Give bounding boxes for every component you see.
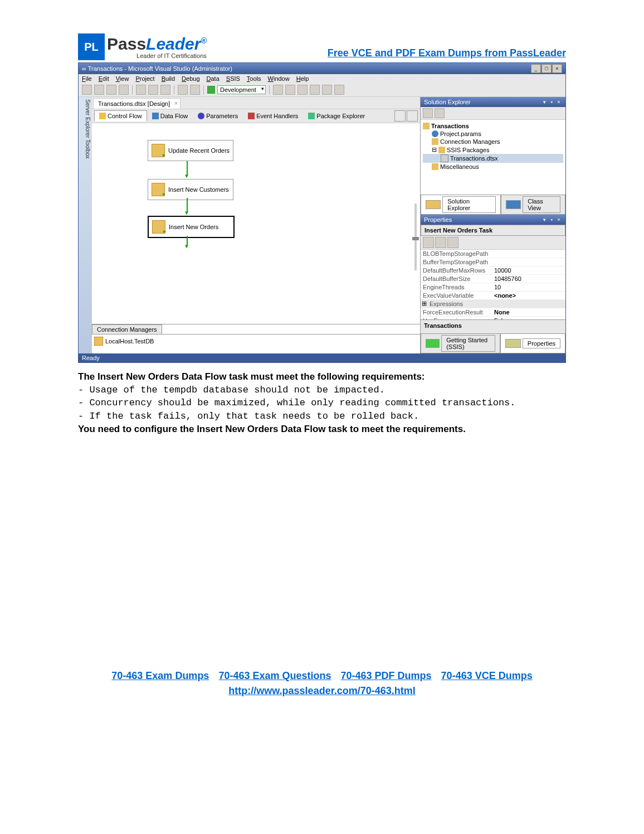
prop-key[interactable]: ExecValueVariable xyxy=(421,292,492,299)
prop-key[interactable]: DefaultBufferMaxRows xyxy=(421,266,492,274)
tree-item-package-file[interactable]: Transactions.dtsx xyxy=(423,154,563,163)
toolbar-btn[interactable] xyxy=(297,85,308,95)
menu-debug[interactable]: Debug xyxy=(182,75,199,82)
menu-help[interactable]: Help xyxy=(296,75,309,82)
connection-managers-tab[interactable]: Connection Managers xyxy=(92,324,162,334)
properties-grid[interactable]: BLOBTempStoragePath BufferTempStoragePat… xyxy=(421,250,565,320)
tab-class-view[interactable]: Class View xyxy=(501,195,565,215)
prop-key[interactable]: ForceExecutionResult xyxy=(421,308,492,316)
se-toolbar-icon[interactable] xyxy=(423,108,433,118)
prop-key[interactable]: DefaultBufferSize xyxy=(421,275,492,283)
toolbar-btn[interactable] xyxy=(310,85,320,95)
panel-pin-icon[interactable]: ▪ xyxy=(548,217,555,224)
toolbar-undo-icon[interactable] xyxy=(178,85,188,95)
panel-close-icon[interactable]: × xyxy=(555,99,562,106)
toolbar-btn[interactable] xyxy=(273,85,283,95)
toolbar-new-icon[interactable] xyxy=(82,85,92,95)
toolbar-btn[interactable] xyxy=(285,85,295,95)
connection-item[interactable]: LocalHost.TestDB xyxy=(94,337,418,346)
tab-solution-explorer[interactable]: Solution Explorer xyxy=(421,195,501,215)
menu-edit[interactable]: Edit xyxy=(99,75,109,82)
menu-tools[interactable]: Tools xyxy=(247,75,261,82)
footer-link-exam-questions[interactable]: 70-463 Exam Questions xyxy=(218,670,331,681)
menu-file[interactable]: File xyxy=(82,75,92,82)
toolbar-cut-icon[interactable] xyxy=(136,85,146,95)
menu-window[interactable]: Window xyxy=(268,75,290,82)
logo-text: PassLeader® xyxy=(107,35,207,54)
minimize-button[interactable]: _ xyxy=(531,64,541,73)
prop-key[interactable]: BLOBTempStoragePath xyxy=(421,250,492,258)
footer-link-pdf-dumps[interactable]: 70-463 PDF Dumps xyxy=(341,670,432,681)
toolbar-redo-icon[interactable] xyxy=(190,85,200,95)
params-icon xyxy=(432,130,438,137)
toolbar-saveall-icon[interactable] xyxy=(119,85,129,95)
task-update-recent-orders[interactable]: Update Recent Orders xyxy=(148,140,233,161)
footer-link-exam-dumps[interactable]: 70-463 Exam Dumps xyxy=(111,670,209,681)
toolbar-start-icon[interactable] xyxy=(207,86,215,94)
props-alpha-icon[interactable] xyxy=(435,237,446,248)
prop-val[interactable]: 10000 xyxy=(492,266,565,274)
tab-parameters[interactable]: Parameters xyxy=(193,110,243,122)
prop-key[interactable]: EngineThreads xyxy=(421,283,492,291)
precedence-arrow[interactable] xyxy=(187,198,188,211)
footer-url[interactable]: http://www.passleader.com/70-463.html xyxy=(228,685,415,696)
left-rail[interactable]: Server Explorer Toolbox xyxy=(79,97,92,353)
tab-package-explorer[interactable]: Package Explorer xyxy=(303,110,370,122)
footer-link-vce-dumps[interactable]: 70-463 VCE Dumps xyxy=(441,670,533,681)
toolbar-copy-icon[interactable] xyxy=(148,85,158,95)
config-dropdown[interactable]: Development xyxy=(217,85,266,94)
task-insert-new-customers[interactable]: Insert New Customers xyxy=(148,179,233,200)
panel-dropdown-icon[interactable]: ▾ xyxy=(541,99,548,106)
prop-category-expressions[interactable]: ⊞Expressions xyxy=(421,300,565,308)
menu-ssis[interactable]: SSIS xyxy=(226,75,240,82)
file-tab[interactable]: Transactions.dtsx [Design] xyxy=(93,98,180,109)
tree-item-connections[interactable]: Connection Managers xyxy=(423,138,563,146)
toolbar-paste-icon[interactable] xyxy=(160,85,170,95)
ssis-toolbox-button[interactable] xyxy=(407,110,418,122)
tab-event-handlers[interactable]: Event Handlers xyxy=(243,110,303,122)
tab-getting-started[interactable]: Getting Started (SSIS) xyxy=(421,333,500,353)
prop-val[interactable]: <none> xyxy=(492,292,565,299)
prop-val[interactable]: None xyxy=(492,308,565,316)
tree-item-misc[interactable]: Miscellaneous xyxy=(423,163,563,171)
menu-project[interactable]: Project xyxy=(135,75,154,82)
zoom-slider[interactable] xyxy=(414,203,417,270)
props-categorized-icon[interactable] xyxy=(423,237,434,248)
prop-val[interactable]: 10 xyxy=(492,283,565,291)
prop-key[interactable]: BufferTempStoragePath xyxy=(421,258,492,266)
close-button[interactable]: × xyxy=(552,64,562,73)
precedence-arrow[interactable] xyxy=(187,161,188,174)
tree-root[interactable]: Transactions xyxy=(423,122,563,130)
panel-pin-icon[interactable]: ▪ xyxy=(548,99,555,106)
se-toolbar-icon[interactable] xyxy=(435,108,445,118)
prop-val[interactable] xyxy=(492,250,565,258)
menu-data[interactable]: Data xyxy=(207,75,219,82)
variables-button[interactable] xyxy=(394,110,406,122)
tab-properties[interactable]: Properties xyxy=(500,333,565,353)
toolbar-btn[interactable] xyxy=(334,85,344,95)
logo: PL PassLeader® Leader of IT Certificatio… xyxy=(78,33,209,60)
menu-view[interactable]: View xyxy=(116,75,129,82)
panel-close-icon[interactable]: × xyxy=(555,217,562,224)
tab-data-flow[interactable]: Data Flow xyxy=(147,110,193,122)
prop-val[interactable]: 10485760 xyxy=(492,275,565,283)
tree-item-packages-folder[interactable]: ⊟ SSIS Packages xyxy=(423,146,563,154)
menu-build[interactable]: Build xyxy=(162,75,175,82)
tab-control-flow[interactable]: Control Flow xyxy=(94,110,147,122)
properties-object-name[interactable]: Insert New Orders Task xyxy=(421,225,565,236)
maximize-button[interactable]: □ xyxy=(541,64,552,73)
task-insert-new-orders[interactable]: Insert New Orders xyxy=(148,216,235,238)
toolbar-open-icon[interactable] xyxy=(94,85,104,95)
tree-item-params[interactable]: Project.params xyxy=(423,130,563,138)
logo-subtitle: Leader of IT Certifications xyxy=(107,52,207,59)
header-link[interactable]: Free VCE and PDF Exam Dumps from PassLea… xyxy=(328,47,566,59)
toolbar-save-icon[interactable] xyxy=(106,85,116,95)
tab-label: Class View xyxy=(523,196,560,213)
precedence-arrow[interactable] xyxy=(187,236,188,245)
toolbar-btn[interactable] xyxy=(322,85,332,95)
package-explorer-icon xyxy=(308,113,315,119)
panel-dropdown-icon[interactable]: ▾ xyxy=(541,217,548,224)
design-canvas[interactable]: Update Recent Orders Insert New Customer… xyxy=(92,123,420,324)
props-btn[interactable] xyxy=(447,237,458,248)
prop-val[interactable] xyxy=(492,258,565,266)
